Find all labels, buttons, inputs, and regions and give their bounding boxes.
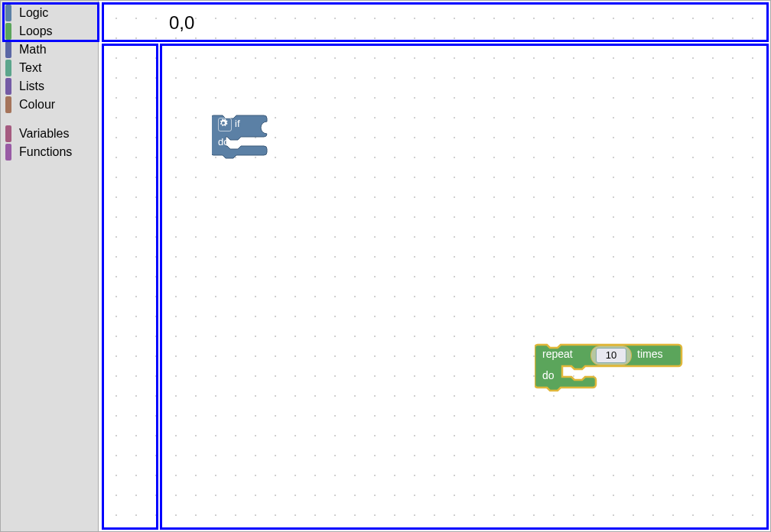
repeat-do-label: do	[542, 369, 555, 381]
if-block[interactable]: if do	[212, 114, 281, 160]
category-lists[interactable]: Lists	[1, 77, 98, 96]
category-swatch	[5, 125, 11, 142]
category-loops[interactable]: Loops	[1, 22, 98, 41]
category-math[interactable]: Math	[1, 41, 98, 59]
blockly-app: LogicLoopsMathTextListsColourVariablesFu…	[0, 0, 771, 532]
do-label: do	[218, 136, 229, 148]
category-swatch	[5, 96, 11, 113]
toolbox: LogicLoopsMathTextListsColourVariablesFu…	[1, 1, 99, 531]
category-label: Text	[19, 61, 41, 75]
category-label: Functions	[19, 145, 72, 159]
workspace-canvas[interactable]: 0,0 if do repeat 10 times do	[99, 1, 770, 531]
coord-label: 0,0	[169, 12, 194, 34]
if-label: if	[235, 118, 240, 129]
category-swatch	[5, 23, 11, 40]
category-swatch	[5, 60, 11, 76]
category-label: Logic	[19, 6, 48, 20]
category-variables[interactable]: Variables	[1, 125, 98, 143]
category-label: Colour	[19, 98, 55, 112]
category-text[interactable]: Text	[1, 59, 98, 77]
category-swatch	[5, 5, 11, 21]
category-colour[interactable]: Colour	[1, 96, 98, 114]
repeat-label: repeat	[542, 348, 573, 360]
repeat-block[interactable]: repeat 10 times do	[535, 343, 686, 398]
category-label: Loops	[19, 24, 53, 38]
gear-icon[interactable]	[218, 118, 232, 131]
category-swatch	[5, 41, 11, 58]
category-functions[interactable]: Functions	[1, 143, 98, 161]
category-label: Variables	[19, 127, 70, 141]
category-logic[interactable]: Logic	[1, 4, 98, 22]
times-label: times	[637, 348, 662, 360]
category-swatch	[5, 144, 11, 161]
category-label: Math	[19, 43, 47, 57]
category-swatch	[5, 78, 11, 95]
category-gap	[1, 114, 98, 125]
repeat-count-input[interactable]: 10	[596, 348, 626, 363]
category-label: Lists	[19, 79, 44, 93]
